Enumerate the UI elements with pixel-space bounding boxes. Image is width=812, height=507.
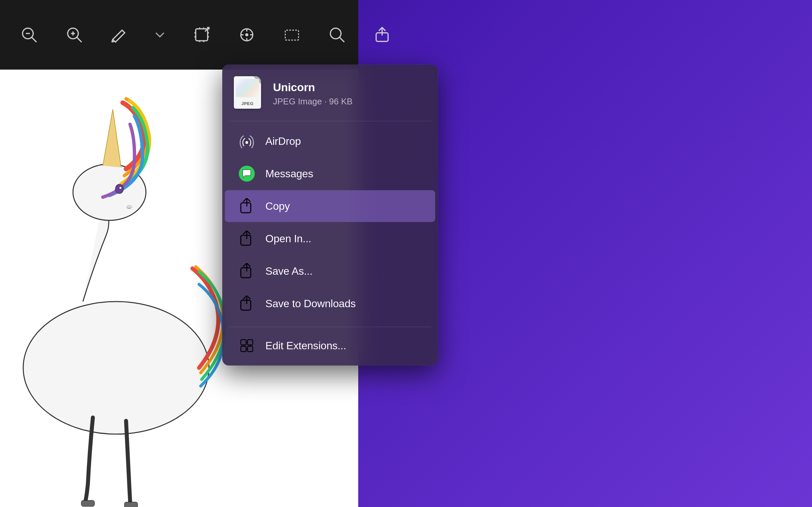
menu-item-save-to-downloads[interactable]: Save to Downloads bbox=[225, 288, 435, 320]
search-button[interactable] bbox=[328, 25, 346, 44]
annotate-button[interactable] bbox=[110, 26, 128, 43]
share-button[interactable] bbox=[373, 25, 392, 44]
menu-item-open-in[interactable]: Open In... bbox=[225, 223, 435, 255]
menu-header: JPEG Unicorn JPEG Image · 96 KB bbox=[222, 65, 438, 121]
airdrop-label: AirDrop bbox=[265, 135, 301, 148]
svg-rect-24 bbox=[241, 203, 251, 213]
context-menu: JPEG Unicorn JPEG Image · 96 KB bbox=[222, 65, 438, 365]
zoom-out-button[interactable] bbox=[20, 25, 39, 44]
svg-rect-12 bbox=[285, 30, 299, 40]
svg-rect-25 bbox=[241, 235, 251, 245]
svg-line-2 bbox=[32, 38, 37, 42]
menu-item-save-as[interactable]: Save As... bbox=[225, 255, 435, 287]
svg-point-11 bbox=[246, 34, 248, 36]
open-in-icon bbox=[238, 230, 255, 247]
open-in-label: Open In... bbox=[265, 233, 311, 245]
menu-item-edit-extensions[interactable]: Edit Extensions... bbox=[225, 330, 435, 361]
navigate-button[interactable] bbox=[238, 25, 256, 44]
svg-point-16 bbox=[23, 301, 209, 434]
menu-item-copy[interactable]: Copy bbox=[225, 190, 435, 222]
svg-line-14 bbox=[340, 38, 344, 42]
svg-rect-27 bbox=[241, 300, 251, 310]
messages-icon bbox=[238, 165, 255, 182]
file-icon-label: JPEG bbox=[234, 101, 261, 106]
menu-item-airdrop[interactable]: AirDrop bbox=[225, 125, 435, 157]
edit-extensions-icon bbox=[238, 337, 255, 354]
save-to-downloads-icon bbox=[238, 295, 255, 312]
menu-item-messages[interactable]: Messages bbox=[225, 158, 435, 189]
file-icon: JPEG bbox=[234, 76, 264, 111]
crop-button[interactable] bbox=[192, 25, 211, 44]
svg-rect-31 bbox=[247, 346, 253, 352]
svg-line-6 bbox=[77, 38, 82, 42]
edit-extensions-label: Edit Extensions... bbox=[265, 340, 346, 352]
toolbar bbox=[0, 0, 358, 70]
svg-rect-22 bbox=[124, 502, 138, 507]
svg-point-19 bbox=[119, 186, 122, 189]
save-as-label: Save As... bbox=[265, 265, 312, 277]
svg-point-13 bbox=[331, 28, 341, 39]
svg-rect-28 bbox=[241, 340, 246, 345]
annotate-dropdown-button[interactable] bbox=[154, 29, 166, 41]
selection-button[interactable] bbox=[283, 25, 301, 44]
svg-rect-29 bbox=[247, 340, 253, 345]
copy-share-icon bbox=[238, 198, 255, 215]
svg-rect-30 bbox=[241, 346, 246, 352]
file-info: Unicorn JPEG Image · 96 KB bbox=[273, 81, 353, 107]
messages-label: Messages bbox=[265, 168, 313, 180]
menu-divider-bottom bbox=[229, 327, 431, 327]
menu-bottom: Edit Extensions... bbox=[222, 324, 438, 365]
copy-label: Copy bbox=[265, 200, 290, 212]
zoom-in-button[interactable] bbox=[65, 25, 84, 44]
svg-point-23 bbox=[245, 141, 248, 144]
svg-rect-26 bbox=[241, 268, 251, 278]
menu-items: AirDrop Messages Copy bbox=[222, 121, 438, 324]
svg-rect-21 bbox=[81, 500, 95, 506]
save-as-icon bbox=[238, 263, 255, 280]
airdrop-icon bbox=[238, 132, 255, 150]
file-meta: JPEG Image · 96 KB bbox=[273, 97, 353, 107]
file-name: Unicorn bbox=[273, 81, 353, 94]
save-to-downloads-label: Save to Downloads bbox=[265, 297, 356, 310]
